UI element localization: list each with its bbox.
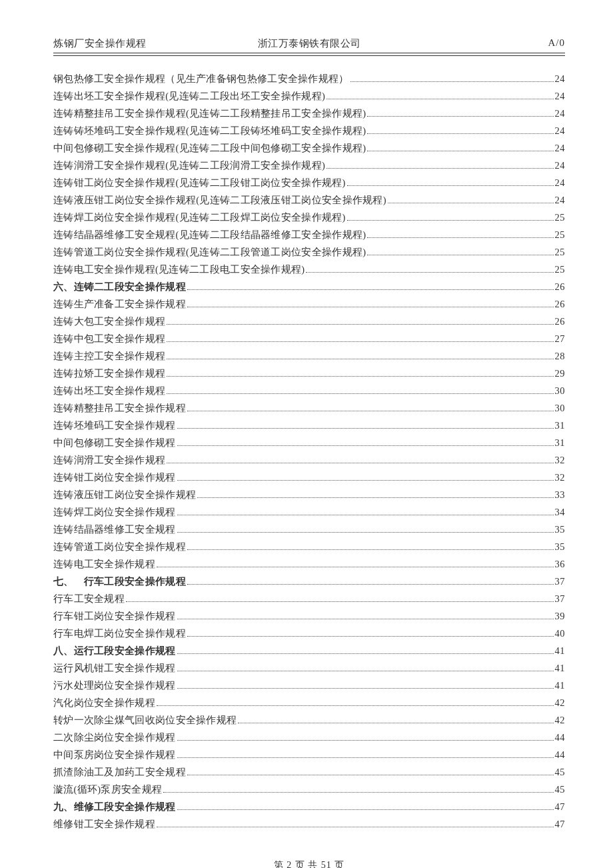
toc-entry-page: 44 [555, 733, 566, 743]
toc-entry[interactable]: 连铸拉矫工安全操作规程29 [53, 365, 565, 382]
toc-dot-leader [167, 335, 553, 342]
toc-entry-page: 32 [555, 455, 566, 465]
toc-entry[interactable]: 连铸生产准备工安全操作规程26 [53, 296, 565, 313]
toc-entry-title: 中间泵房岗位安全操作规程 [53, 750, 176, 760]
toc-entry-title: 连铸生产准备工安全操作规程 [53, 299, 186, 309]
toc-entry[interactable]: 七、 行车工段安全操作规程37 [53, 573, 565, 590]
toc-dot-leader [187, 300, 554, 307]
toc-entry-title: 连铸润滑工安全操作规程 [53, 455, 165, 465]
toc-entry[interactable]: 连铸钳工岗位安全操作规程(见连铸二工段钳工岗位安全操作规程)24 [53, 175, 565, 191]
table-of-contents: 钢包热修工安全操作规程（见生产准备钢包热修工安全操作规程）24连铸出坯工安全操作… [53, 71, 565, 833]
toc-entry-title: 行车工安全规程 [53, 594, 125, 604]
toc-dot-leader [177, 681, 554, 689]
toc-entry[interactable]: 连铸精整挂吊工安全操作规程(见连铸二工段精整挂吊工安全操作规程)24 [53, 105, 565, 122]
toc-entry[interactable]: 中间包修砌工安全操作规程31 [53, 435, 565, 451]
toc-entry-page: 47 [555, 802, 566, 812]
toc-entry[interactable]: 连铸铸坯堆码工安全操作规程(见连铸二工段铸坯堆码工安全操作规程)24 [53, 123, 565, 139]
toc-entry-page: 28 [555, 351, 566, 361]
toc-entry[interactable]: 维修钳工安全操作规程47 [53, 816, 565, 833]
toc-entry-page: 37 [555, 594, 566, 604]
toc-dot-leader [306, 265, 553, 273]
document-page: 炼钢厂安全操作规程 浙江万泰钢铁有限公司 A/0 钢包热修工安全操作规程（见生产… [0, 0, 613, 868]
toc-entry-page: 30 [555, 403, 566, 413]
toc-dot-leader [367, 127, 553, 134]
toc-entry[interactable]: 连铸钳工岗位安全操作规程32 [53, 469, 565, 486]
toc-entry[interactable]: 运行风机钳工安全操作规程41 [53, 660, 565, 677]
toc-entry-title: 连铸电工安全操作规程(见连铸二工段电工安全操作规程) [53, 265, 305, 275]
toc-entry[interactable]: 转炉一次除尘煤气回收岗位安全操作规程42 [53, 712, 565, 729]
toc-entry[interactable]: 行车工安全规程37 [53, 591, 565, 607]
toc-entry[interactable]: 八、运行工段安全操作规程41 [53, 643, 565, 659]
toc-dot-leader [177, 421, 554, 429]
toc-entry-page: 24 [555, 74, 566, 84]
toc-entry-page: 31 [555, 438, 566, 448]
toc-entry-page: 26 [555, 317, 566, 327]
toc-entry[interactable]: 九、维修工段安全操作规程47 [53, 799, 565, 815]
toc-dot-leader [326, 92, 553, 99]
toc-entry[interactable]: 连铸主控工安全操作规程28 [53, 348, 565, 365]
toc-entry-title: 抓渣除油工及加药工安全规程 [53, 767, 186, 777]
toc-dot-leader [177, 647, 554, 654]
toc-entry[interactable]: 污水处理岗位安全操作规程41 [53, 677, 565, 694]
toc-entry-page: 24 [555, 195, 566, 205]
toc-entry-page: 33 [555, 490, 566, 500]
toc-entry[interactable]: 连铸润滑工安全操作规程(见连铸二工段润滑工安全操作规程)24 [53, 157, 565, 174]
toc-entry[interactable]: 中间包修砌工安全操作规程(见连铸二工段中间包修砌工安全操作规程)24 [53, 140, 565, 157]
toc-entry-page: 34 [555, 507, 566, 517]
toc-entry-title: 连铸润滑工安全操作规程(见连铸二工段润滑工安全操作规程) [53, 161, 325, 171]
toc-entry[interactable]: 汽化岗位安全操作规程42 [53, 695, 565, 711]
toc-entry-title: 连铸管道工岗位安全操作规程(见连铸二工段管道工岗位安全操作规程) [53, 247, 366, 257]
toc-entry-title: 连铸液压钳工岗位安全操作规程 [53, 490, 196, 500]
toc-entry[interactable]: 连铸结晶器维修工安全规程(见连铸二工段结晶器维修工安全操作规程)25 [53, 227, 565, 243]
toc-dot-leader [167, 456, 553, 463]
toc-entry[interactable]: 行车钳工岗位安全操作规程39 [53, 608, 565, 625]
toc-entry[interactable]: 连铸坯堆码工安全操作规程31 [53, 417, 565, 434]
toc-entry-page: 30 [555, 386, 566, 396]
toc-entry-title: 连铸中包工安全操作规程 [53, 334, 165, 344]
toc-dot-leader [177, 751, 554, 758]
header-right-revision: A/0 [394, 37, 565, 50]
toc-entry[interactable]: 漩流(循环)泵房安全规程45 [53, 781, 565, 798]
toc-entry[interactable]: 钢包热修工安全操作规程（见生产准备钢包热修工安全操作规程）24 [53, 71, 565, 87]
toc-entry-page: 31 [555, 421, 566, 431]
toc-entry[interactable]: 连铸出坯工安全操作规程30 [53, 383, 565, 399]
toc-entry[interactable]: 连铸中包工安全操作规程27 [53, 331, 565, 347]
toc-entry[interactable]: 连铸润滑工安全操作规程32 [53, 452, 565, 469]
toc-entry-page: 41 [555, 663, 566, 673]
toc-entry-page: 41 [555, 646, 566, 656]
toc-entry-title: 中间包修砌工安全操作规程(见连铸二工段中间包修砌工安全操作规程) [53, 143, 366, 153]
toc-entry[interactable]: 连铸液压钳工岗位安全操作规程33 [53, 487, 565, 503]
toc-entry[interactable]: 连铸焊工岗位安全操作规程34 [53, 504, 565, 521]
toc-entry-title: 连铸出坯工安全操作规程(见连铸二工段出坯工安全操作规程) [53, 91, 325, 101]
toc-entry[interactable]: 二次除尘岗位安全操作规程44 [53, 729, 565, 746]
toc-entry-title: 连铸钳工岗位安全操作规程(见连铸二工段钳工岗位安全操作规程) [53, 178, 346, 188]
toc-entry-title: 污水处理岗位安全操作规程 [53, 681, 176, 691]
toc-entry[interactable]: 行车电焊工岗位安全操作规程40 [53, 625, 565, 642]
toc-entry-title: 连铸管道工岗位安全操作规程 [53, 542, 186, 552]
toc-entry-title: 七、 行车工段安全操作规程 [53, 577, 186, 587]
toc-entry[interactable]: 抓渣除油工及加药工安全规程45 [53, 764, 565, 781]
toc-entry[interactable]: 连铸结晶器维修工安全规程35 [53, 521, 565, 538]
toc-entry[interactable]: 六、连铸二工段安全操作规程26 [53, 279, 565, 295]
toc-dot-leader [388, 196, 554, 203]
toc-entry-title: 连铸结晶器维修工安全规程(见连铸二工段结晶器维修工安全操作规程) [53, 230, 366, 240]
toc-entry[interactable]: 连铸管道工岗位安全操作规程(见连铸二工段管道工岗位安全操作规程)25 [53, 244, 565, 261]
toc-entry-page: 24 [555, 91, 566, 101]
toc-entry-page: 35 [555, 525, 566, 535]
page-footer: 第 2 页 共 51 页 [53, 859, 565, 868]
toc-entry-title: 连铸主控工安全操作规程 [53, 351, 165, 361]
toc-entry[interactable]: 连铸管道工岗位安全操作规程35 [53, 539, 565, 555]
toc-entry[interactable]: 连铸精整挂吊工安全操作规程30 [53, 400, 565, 417]
toc-entry[interactable]: 连铸焊工岗位安全操作规程(见连铸二工段焊工岗位安全操作规程)25 [53, 209, 565, 226]
toc-entry-page: 35 [555, 542, 566, 552]
toc-dot-leader [157, 560, 554, 567]
toc-entry[interactable]: 连铸液压钳工岗位安全操作规程(见连铸二工段液压钳工岗位安全操作规程)24 [53, 192, 565, 209]
toc-entry[interactable]: 连铸出坯工安全操作规程(见连铸二工段出坯工安全操作规程)24 [53, 88, 565, 105]
toc-entry[interactable]: 中间泵房岗位安全操作规程44 [53, 747, 565, 763]
toc-entry[interactable]: 连铸大包工安全操作规程26 [53, 313, 565, 330]
toc-dot-leader [177, 439, 554, 446]
toc-entry[interactable]: 连铸电工安全操作规程36 [53, 556, 565, 573]
toc-entry-page: 24 [555, 161, 566, 171]
toc-entry[interactable]: 连铸电工安全操作规程(见连铸二工段电工安全操作规程)25 [53, 261, 565, 278]
toc-entry-title: 九、维修工段安全操作规程 [53, 802, 176, 812]
